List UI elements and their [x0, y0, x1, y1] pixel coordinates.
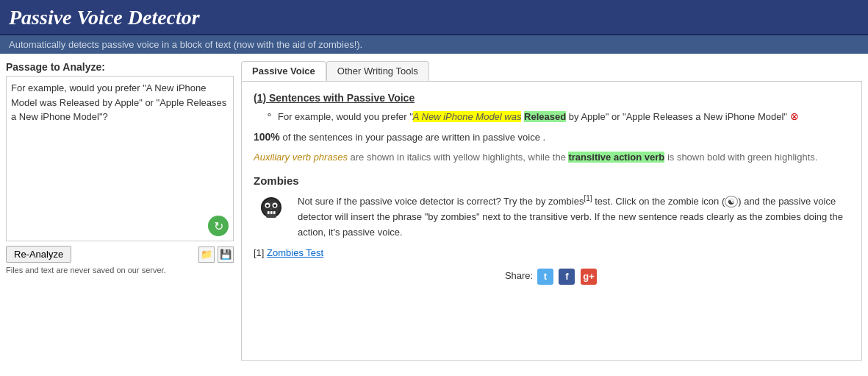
section-title: (1) Sentences with Passive Voice: [254, 92, 850, 104]
tab-passive-voice[interactable]: Passive Voice: [241, 61, 326, 81]
zombies-test-link[interactable]: Zombies Test: [267, 247, 323, 258]
header-subtitle: Automatically detects passive voice in a…: [0, 35, 868, 54]
zombie-box: Not sure if the passive voice detector i…: [254, 193, 850, 241]
aux-note-suffix: is shown bold with green highlights.: [664, 152, 817, 163]
share-label: Share:: [505, 271, 533, 282]
zombie-description: Not sure if the passive voice detector i…: [298, 193, 850, 241]
percent-sentence: 100% of the sentences in your passage ar…: [254, 131, 850, 143]
aux-phrase: A New iPhone Model was: [413, 111, 522, 122]
zombie-superscript: [1]: [584, 194, 592, 202]
footnote: [1] Zombies Test: [254, 247, 850, 258]
zombie-icon: [254, 193, 289, 228]
subtitle-text: Automatically detects passive voice in a…: [9, 39, 362, 50]
svg-rect-8: [268, 211, 270, 214]
tab-content: (1) Sentences with Passive Voice ⚬ For e…: [241, 81, 862, 361]
svg-rect-11: [266, 214, 276, 218]
open-file-icon[interactable]: 📁: [198, 246, 215, 263]
zombies-section: Zombies: [254, 174, 850, 241]
aux-note-action: transitive action verb: [568, 152, 664, 163]
aux-note-middle: are shown in italics with yellow highlig…: [348, 152, 569, 163]
re-analyze-button[interactable]: Re-Analyze: [6, 246, 71, 263]
header-title-bar: Passive Voice Detector: [0, 0, 868, 35]
error-icon: ⊗: [790, 110, 799, 122]
zombie-text-after: test. Click on the zombie icon (: [592, 196, 725, 207]
left-panel: Passage to Analyze: For example, would y…: [6, 61, 234, 361]
page-title: Passive Voice Detector: [9, 6, 859, 29]
svg-rect-9: [270, 211, 273, 214]
zombie-text-before: Not sure if the passive voice detector i…: [298, 196, 584, 207]
zombie-icon-ref: ☯: [725, 196, 738, 207]
main-content: Passage to Analyze: For example, would y…: [0, 54, 868, 368]
save-file-icon[interactable]: 💾: [218, 246, 234, 263]
footnote-ref: [1]: [254, 247, 264, 258]
sentence-text: For example, would you prefer "A New iPh…: [278, 108, 799, 125]
action-verb: Released: [524, 111, 566, 122]
share-facebook-icon[interactable]: f: [559, 269, 575, 285]
share-bar: Share: t f g+: [254, 269, 850, 285]
aux-note-prefix: Auxiliary verb phrases: [254, 152, 348, 163]
tab-other-writing-tools[interactable]: Other Writing Tools: [326, 61, 429, 81]
svg-rect-10: [273, 211, 276, 214]
files-note: Files and text are never saved on our se…: [6, 266, 234, 274]
percent-suffix: of the sentences in your passage are wri…: [280, 132, 545, 143]
textarea-container: For example, would you prefer "A New iPh…: [6, 76, 234, 241]
percent-value: 100%: [254, 131, 280, 143]
aux-note: Auxiliary verb phrases are shown in ital…: [254, 150, 850, 166]
zombie-svg: [255, 194, 287, 227]
bullet: ⚬: [265, 108, 273, 124]
svg-point-5: [273, 204, 276, 207]
refresh-button[interactable]: ↻: [208, 216, 229, 236]
passage-label: Passage to Analyze:: [6, 61, 234, 73]
svg-point-4: [266, 204, 269, 207]
file-icons: 📁 💾: [198, 246, 234, 263]
passage-textarea[interactable]: For example, would you prefer "A New iPh…: [7, 77, 233, 238]
bottom-controls: Re-Analyze 📁 💾: [6, 246, 234, 263]
tabs: Passive Voice Other Writing Tools: [241, 61, 862, 81]
list-item: ⚬ For example, would you prefer "A New i…: [265, 108, 850, 125]
aux-verb: was: [504, 111, 521, 122]
right-panel: Passive Voice Other Writing Tools (1) Se…: [241, 61, 862, 361]
svg-point-6: [270, 208, 273, 210]
share-google-icon[interactable]: g+: [581, 269, 597, 285]
zombies-header: Zombies: [254, 174, 850, 187]
share-twitter-icon[interactable]: t: [537, 269, 553, 285]
result-list: ⚬ For example, would you prefer "A New i…: [265, 108, 850, 125]
